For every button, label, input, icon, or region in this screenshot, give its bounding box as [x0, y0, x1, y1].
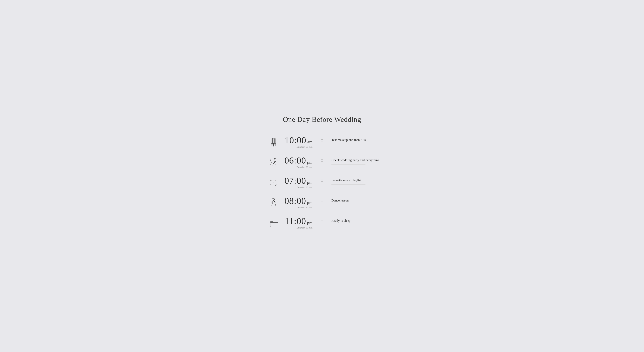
right-side-sleep: Ready to sleep!	[322, 217, 422, 225]
timeline-item-music-playlist: ♪ ♫ ♥ ✦ ♥ ✦ 07:00 pm Duration 60 min Fav…	[222, 176, 422, 189]
timeline-item-dance-lesson: 08:00 pm Duration 60 min Dance lesson	[222, 196, 422, 209]
makeup-icon	[268, 136, 280, 148]
svg-text:✦: ✦	[270, 184, 272, 185]
time-block-sleep: 11:00 pm Duration 60 min	[285, 217, 312, 229]
event-title-music-playlist: Favorite music playlist	[332, 178, 422, 183]
timeline: 10:00 am Duration 60 min Test makeup and…	[222, 136, 422, 237]
time-display-sleep: 11:00 pm	[285, 217, 312, 226]
time-number-wedding-party: 06:00	[284, 156, 306, 165]
time-number-sleep: 11:00	[285, 217, 306, 226]
timeline-item-sleep: 11:00 pm Duration 60 min Ready to sleep!	[222, 217, 422, 229]
time-block-makeup-spa: 10:00 am Duration 60 min	[284, 136, 312, 148]
svg-text:♥: ♥	[275, 179, 276, 181]
timeline-item-makeup-spa: 10:00 am Duration 60 min Test makeup and…	[222, 136, 422, 148]
time-display-makeup-spa: 10:00 am	[284, 136, 312, 145]
duration-label-makeup-spa: Duration 60 min	[296, 146, 312, 148]
time-block-wedding-party: 06:00 pm Duration 60 min	[284, 156, 312, 169]
svg-text:✦: ✦	[270, 164, 271, 165]
center-dot-music-playlist	[321, 180, 323, 182]
svg-text:♪: ♪	[270, 159, 271, 161]
svg-rect-3	[271, 143, 276, 144]
svg-text:✦: ✦	[275, 185, 276, 186]
left-side-wedding-party: ♪ ♫ ✦ ✦ 06:00 pm Duration 60 min	[222, 156, 322, 169]
right-side-wedding-party: Check wedding party and everything	[322, 156, 422, 164]
right-side-dance-lesson: Dance lesson	[322, 196, 422, 205]
event-title-wedding-party: Check wedding party and everything	[332, 158, 422, 162]
svg-rect-19	[270, 223, 278, 226]
right-side-makeup-spa: Test makeup and then SPA	[322, 136, 422, 144]
duration-label-dance-lesson: Duration 60 min	[296, 206, 312, 209]
music-icon: ♪ ♫ ♥ ✦ ♥ ✦	[268, 176, 280, 189]
time-display-wedding-party: 06:00 pm	[284, 156, 312, 165]
time-block-dance-lesson: 08:00 pm Duration 60 min	[284, 196, 312, 209]
time-ampm-makeup-spa: am	[308, 140, 313, 144]
svg-rect-20	[270, 222, 273, 223]
event-divider-makeup-spa	[332, 144, 366, 144]
svg-text:♫: ♫	[270, 179, 272, 182]
left-side-dance-lesson: 08:00 pm Duration 60 min	[222, 196, 322, 209]
time-number-makeup-spa: 10:00	[284, 136, 306, 145]
time-block-music-playlist: 07:00 pm Duration 60 min	[284, 176, 312, 189]
party-icon: ♪ ♫ ✦ ✦	[268, 156, 280, 168]
event-divider-dance-lesson	[332, 205, 366, 205]
event-title-sleep: Ready to sleep!	[332, 219, 422, 223]
time-ampm-dance-lesson: pm	[307, 200, 312, 205]
page-wrapper: One Day Before Wedding 10:00 am Duration…	[218, 108, 426, 244]
left-side-sleep: 11:00 pm Duration 60 min	[222, 217, 322, 229]
svg-rect-1	[273, 138, 274, 143]
center-dot-sleep	[321, 220, 323, 222]
event-divider-sleep	[332, 225, 366, 225]
event-title-makeup-spa: Test makeup and then SPA	[332, 138, 422, 142]
page-title: One Day Before Wedding	[222, 115, 422, 123]
svg-rect-2	[275, 138, 276, 143]
center-dot-makeup-spa	[321, 139, 323, 141]
duration-label-wedding-party: Duration 60 min	[296, 166, 312, 169]
dance-icon	[268, 197, 280, 209]
left-side-music-playlist: ♪ ♫ ♥ ✦ ♥ ✦ 07:00 pm Duration 60 min	[222, 176, 322, 189]
svg-text:✦: ✦	[272, 164, 274, 166]
time-ampm-sleep: pm	[307, 221, 312, 225]
left-side-makeup-spa: 10:00 am Duration 60 min	[222, 136, 322, 148]
event-title-dance-lesson: Dance lesson	[332, 198, 422, 203]
svg-text:♫: ♫	[271, 162, 272, 164]
time-display-dance-lesson: 08:00 pm	[284, 196, 312, 205]
title-divider	[316, 126, 328, 126]
duration-label-sleep: Duration 60 min	[296, 226, 312, 229]
svg-point-7	[274, 158, 276, 160]
timeline-item-wedding-party: ♪ ♫ ✦ ✦ 06:00 pm Duration 60 min Check w…	[222, 156, 422, 169]
sleep-icon	[268, 217, 280, 229]
duration-label-music-playlist: Duration 60 min	[296, 186, 312, 189]
svg-text:♪: ♪	[272, 180, 274, 184]
time-number-music-playlist: 07:00	[284, 176, 306, 185]
right-side-music-playlist: Favorite music playlist	[322, 176, 422, 185]
svg-rect-0	[272, 138, 273, 143]
time-number-dance-lesson: 08:00	[284, 196, 306, 205]
time-ampm-music-playlist: pm	[307, 180, 312, 185]
time-ampm-wedding-party: pm	[307, 160, 312, 164]
center-dot-dance-lesson	[321, 200, 323, 202]
center-dot-wedding-party	[321, 159, 323, 162]
time-display-music-playlist: 07:00 pm	[284, 176, 312, 185]
